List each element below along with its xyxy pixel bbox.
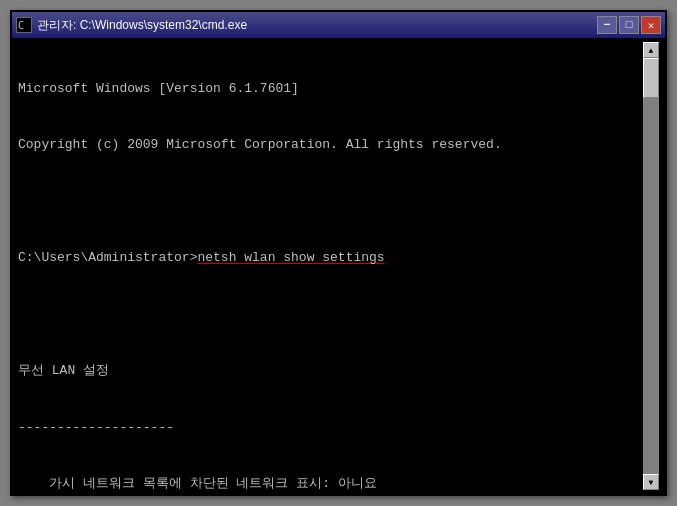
titlebar: C 관리자: C:\Windows\system32\cmd.exe − □ ✕ bbox=[12, 12, 665, 38]
terminal-content: Microsoft Windows [Version 6.1.7601] Cop… bbox=[12, 38, 665, 494]
scroll-thumb[interactable] bbox=[643, 58, 659, 98]
line-1: Microsoft Windows [Version 6.1.7601] bbox=[18, 80, 643, 99]
terminal-output: Microsoft Windows [Version 6.1.7601] Cop… bbox=[18, 42, 643, 490]
maximize-button[interactable]: □ bbox=[619, 16, 639, 34]
line-8: 가시 네트워크 목록에 차단된 네트워크 표시: 아니요 bbox=[18, 475, 643, 490]
line-wlan-title: 무선 LAN 설정 bbox=[18, 362, 643, 381]
terminal-area[interactable]: Microsoft Windows [Version 6.1.7601] Cop… bbox=[18, 42, 643, 490]
vertical-scrollbar[interactable]: ▲ ▼ bbox=[643, 42, 659, 490]
titlebar-left: C 관리자: C:\Windows\system32\cmd.exe bbox=[16, 17, 247, 34]
close-button[interactable]: ✕ bbox=[641, 16, 661, 34]
scroll-track[interactable] bbox=[643, 58, 659, 474]
window-title: 관리자: C:\Windows\system32\cmd.exe bbox=[37, 17, 247, 34]
window-controls: − □ ✕ bbox=[597, 16, 661, 34]
scroll-down-button[interactable]: ▼ bbox=[643, 474, 659, 490]
cmd-icon: C bbox=[16, 17, 32, 33]
line-2: Copyright (c) 2009 Microsoft Corporation… bbox=[18, 136, 643, 155]
line-cmd1: C:\Users\Administrator>netsh wlan show s… bbox=[18, 249, 643, 268]
line-5 bbox=[18, 306, 643, 325]
minimize-button[interactable]: − bbox=[597, 16, 617, 34]
scroll-up-button[interactable]: ▲ bbox=[643, 42, 659, 58]
line-3 bbox=[18, 193, 643, 212]
cmd-window: C 관리자: C:\Windows\system32\cmd.exe − □ ✕… bbox=[10, 10, 667, 496]
svg-text:C: C bbox=[18, 20, 24, 31]
line-divider: -------------------- bbox=[18, 419, 643, 438]
